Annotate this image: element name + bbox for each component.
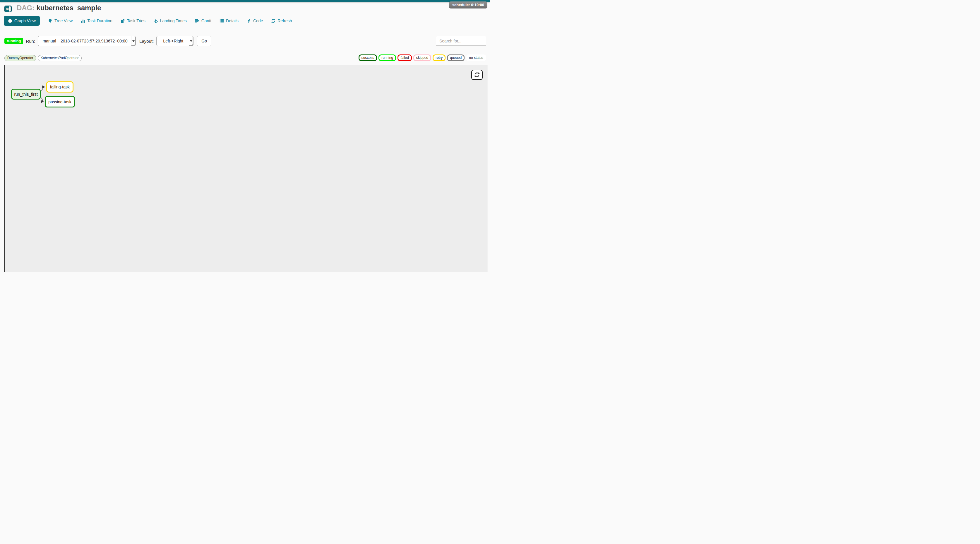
- tab-label: Landing Times: [160, 18, 187, 23]
- task-node-run-this-first[interactable]: run_this_first: [11, 89, 41, 100]
- tab-label: Graph View: [14, 18, 36, 23]
- canvas-refresh-button[interactable]: [471, 70, 483, 80]
- tab-label: Tree View: [54, 18, 73, 23]
- page-title: DAG:kubernetes_sample: [17, 4, 101, 12]
- run-select-value: manual__2018-02-07T23:57:20.913672+00:00: [40, 39, 134, 43]
- state-chip-failed: failed: [398, 54, 412, 61]
- search-input[interactable]: [436, 36, 486, 46]
- run-label: Run:: [26, 39, 35, 44]
- plane-icon: [154, 19, 158, 23]
- refresh-icon: [474, 72, 480, 78]
- run-controls: running Run: manual__2018-02-07T23:57:20…: [5, 36, 212, 46]
- state-chip-success: success: [359, 54, 377, 61]
- bar-chart-icon: [81, 19, 85, 23]
- edge-run-to-passing: [41, 97, 43, 102]
- tab-details[interactable]: Details: [220, 18, 239, 23]
- top-accent-bar: [0, 0, 490, 2]
- state-chip-no-status: no status: [466, 54, 486, 61]
- dag-run-status-badge: running: [5, 38, 23, 44]
- graph-canvas[interactable]: run_this_first failing-task passing-task: [5, 65, 487, 272]
- state-chip-skipped: skipped: [413, 54, 431, 61]
- tab-gantt[interactable]: Gantt: [195, 18, 212, 23]
- state-legend: success running failed skipped retry que…: [359, 54, 486, 61]
- edge-run-to-failing: [41, 87, 45, 91]
- chevron-down-icon: [189, 36, 193, 46]
- layout-select[interactable]: Left->Right: [156, 36, 194, 46]
- tab-task-tries[interactable]: Task Tries: [121, 18, 145, 23]
- tab-landing-times[interactable]: Landing Times: [154, 18, 187, 23]
- tab-tree-view[interactable]: Tree View: [48, 18, 73, 23]
- tab-code[interactable]: Code: [247, 18, 263, 23]
- toggle-knob: [9, 6, 11, 12]
- tab-label: Code: [253, 18, 263, 23]
- refresh-icon: [271, 19, 275, 23]
- tree-icon: [48, 19, 52, 23]
- operator-chip-kubernetespod: KubernetesPodOperator: [38, 55, 82, 61]
- view-nav: Graph View Tree View Task Duration Task …: [4, 16, 292, 26]
- chevron-down-icon: [131, 36, 135, 46]
- dag-pause-toggle[interactable]: On: [5, 6, 12, 12]
- go-button[interactable]: Go: [197, 36, 212, 46]
- sunburst-icon: [8, 19, 12, 23]
- tab-label: Details: [226, 18, 239, 23]
- tab-label: Task Tries: [127, 18, 145, 23]
- task-node-passing-task[interactable]: passing-task: [45, 96, 75, 107]
- tab-label: Task Duration: [87, 18, 112, 23]
- bolt-icon: [247, 19, 251, 23]
- state-chip-running: running: [379, 54, 396, 61]
- schedule-badge: schedule: 0:10:00: [449, 2, 487, 8]
- layout-select-value: Left->Right: [160, 39, 190, 43]
- tab-refresh[interactable]: Refresh: [271, 18, 292, 23]
- files-icon: [121, 19, 125, 23]
- layout-label: Layout:: [139, 39, 154, 44]
- dag-name: kubernetes_sample: [37, 4, 101, 12]
- run-select[interactable]: manual__2018-02-07T23:57:20.913672+00:00: [38, 36, 136, 46]
- legend-bar: DummyOperator KubernetesPodOperator succ…: [5, 55, 486, 62]
- state-chip-queued: queued: [447, 54, 465, 61]
- state-chip-retry: retry: [433, 54, 445, 61]
- align-left-icon: [195, 19, 199, 23]
- tab-graph-view[interactable]: Graph View: [4, 16, 40, 26]
- tab-label: Gantt: [201, 18, 212, 23]
- tab-label: Refresh: [277, 18, 292, 23]
- task-node-failing-task[interactable]: failing-task: [46, 81, 73, 92]
- tab-task-duration[interactable]: Task Duration: [81, 18, 112, 23]
- dag-prefix-label: DAG:: [17, 4, 35, 12]
- airflow-dag-page: On DAG:kubernetes_sample schedule: 0:10:…: [0, 0, 490, 272]
- operator-chip-dummy: DummyOperator: [5, 55, 36, 61]
- list-icon: [220, 19, 224, 23]
